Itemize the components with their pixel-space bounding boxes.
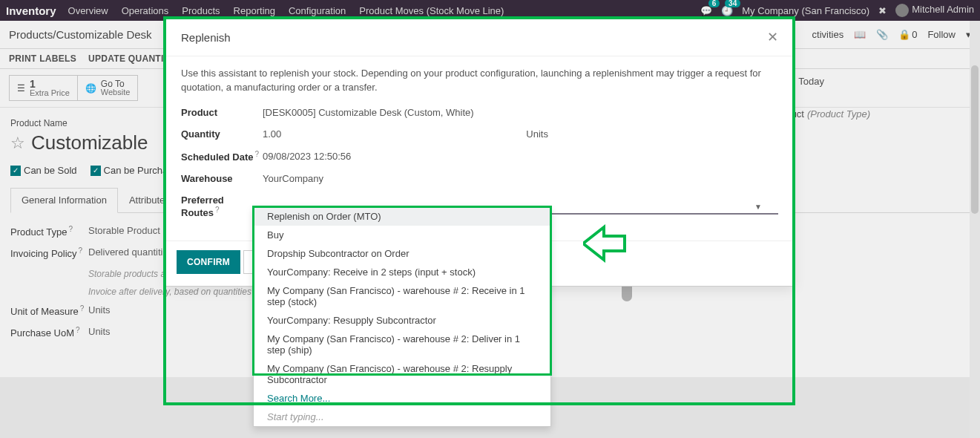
company-switcher[interactable]: My Company (San Francisco) [742,5,869,16]
today-label: Today [798,76,824,87]
nav-configuration[interactable]: Configuration [289,5,346,16]
product-value: [DESK0005] Customizable Desk (Custom, Wh… [263,107,474,118]
warehouse-label: Warehouse [181,173,263,184]
quantity-label: Quantity [181,128,263,140]
user-menu[interactable]: Mitchell Admin [895,4,974,17]
breadcrumb-current: Customizable Desk [56,28,151,41]
route-option[interactable]: YourCompany: Receive in 2 steps (input +… [254,263,550,281]
route-option[interactable]: YourCompany: Resupply Subcontractor [254,311,550,330]
quantity-units[interactable]: Units [526,128,548,140]
app-brand[interactable]: Inventory [6,4,56,17]
messaging-badge: 6 [708,0,720,7]
uom-value[interactable]: Units [88,304,111,317]
invoicing-policy-label: Invoicing Policy? [10,246,88,259]
filter-product-type: uduct(Product Type) [780,108,870,120]
list-icon: ☰ [17,83,25,94]
print-icon[interactable]: 📖 [854,29,866,40]
attachments-icon[interactable]: 📎 [876,29,888,40]
warehouse-value[interactable]: YourCompany [263,173,323,184]
preferred-routes-label: Preferred Routes? [181,195,263,218]
routes-dropdown: Replenish on Order (MTO) Buy Dropship Su… [253,206,551,427]
nav-overview[interactable]: Overview [68,5,108,16]
uom-label: Unit of Measure? [10,304,88,317]
breadcrumb-products[interactable]: Products [9,28,53,41]
route-option[interactable]: My Company (San Francisco) - warehouse #… [254,281,550,311]
product-title: Customizable [31,131,148,154]
print-labels-button[interactable]: PRINT LABELS [9,53,76,64]
route-option[interactable]: My Company (San Francisco) - warehouse #… [254,330,550,359]
nav-product-moves[interactable]: Product Moves (Stock Move Line) [359,5,504,16]
favorite-star-icon[interactable]: ☆ [10,134,25,153]
scheduled-date-label: Scheduled Date? [181,150,263,163]
quantity-value[interactable]: 1.00 [263,128,281,140]
activities-badge: 34 [725,0,740,7]
lock-icon: 🔒 [898,29,910,40]
debug-icon[interactable]: ✖ [878,5,887,16]
confirm-button[interactable]: CONFIRM [177,250,240,274]
messaging-icon[interactable]: 💬6 [700,5,712,16]
nav-operations[interactable]: Operations [122,5,169,16]
update-quantity-button[interactable]: UPDATE QUANTITY [88,53,176,64]
check-icon: ✓ [10,166,21,176]
page-scrollbar[interactable] [970,21,980,438]
globe-icon: 🌐 [85,83,96,94]
follow-button[interactable]: Follow [927,29,956,40]
nav-products[interactable]: Products [182,5,220,16]
nav-reporting[interactable]: Reporting [234,5,275,16]
route-option[interactable]: Dropship Subcontractor on Order [254,244,550,263]
extra-price-stat[interactable]: ☰ 1Extra Price [9,75,78,101]
modal-close-button[interactable]: ✕ [767,29,778,45]
scheduled-date-value[interactable]: 09/08/2023 12:50:56 [263,151,351,162]
activities-trunc[interactable]: ctivities [812,29,844,40]
check-icon: ✓ [91,166,101,176]
route-option[interactable]: Replenish on Order (MTO) [254,207,550,226]
product-label: Product [181,107,263,118]
route-option[interactable]: My Company (San Francisco) - warehouse #… [254,359,550,389]
modal-title: Replenish [181,31,231,44]
invoicing-policy-value[interactable]: Delivered quantitie [88,246,168,259]
start-typing-hint: Start typing... [254,408,550,426]
followers-count[interactable]: 🔒0 [898,29,917,40]
avatar-icon [895,4,909,17]
route-option[interactable]: Buy [254,226,550,244]
search-more-link[interactable]: Search More... [254,389,550,408]
activities-icon[interactable]: 🕘34 [721,5,733,16]
can-be-sold-checkbox[interactable]: ✓Can be Sold [10,165,77,176]
go-to-website-stat[interactable]: 🌐 Go ToWebsite [77,75,139,101]
purchase-uom-label: Purchase UoM? [10,326,88,339]
tab-general-information[interactable]: General Information [10,188,118,213]
modal-intro-text: Use this assistant to replenish your sto… [181,67,778,95]
product-type-label: Product Type? [10,225,88,238]
purchase-uom-value[interactable]: Units [88,326,111,339]
product-type-value[interactable]: Storable Product [88,225,160,238]
